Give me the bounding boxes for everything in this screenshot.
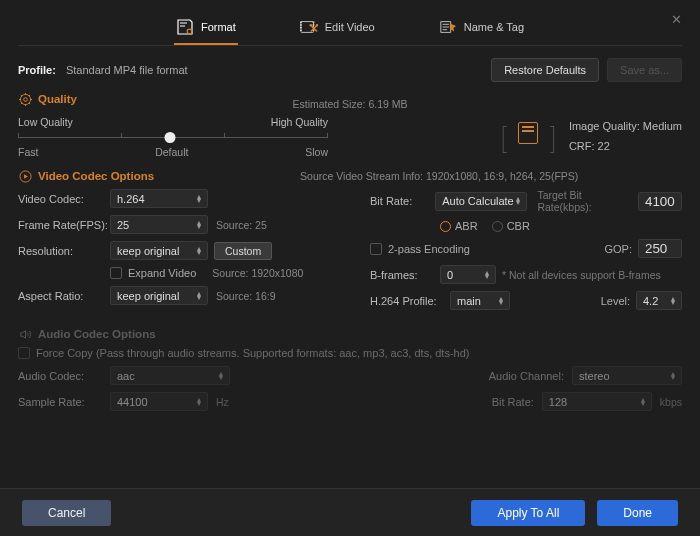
profile-value: Standard MP4 file format: [66, 64, 188, 76]
cbr-radio[interactable]: [492, 221, 503, 232]
slow-label: Slow: [305, 146, 328, 158]
apply-to-all-button[interactable]: Apply To All: [471, 500, 585, 526]
abr-radio[interactable]: [440, 221, 451, 232]
target-bitrate-label: Target Bit Rate(kbps):: [537, 189, 632, 213]
tab-edit-video[interactable]: Edit Video: [298, 10, 377, 45]
edit-video-icon: [300, 18, 318, 35]
tab-name-tag[interactable]: Name & Tag: [437, 10, 526, 45]
done-button[interactable]: Done: [597, 500, 678, 526]
audio-options-title: Audio Codec Options: [38, 328, 156, 340]
force-copy-checkbox[interactable]: [18, 347, 30, 359]
tab-name-label: Name & Tag: [464, 21, 524, 33]
audio-bitrate-label: Bit Rate:: [492, 396, 534, 408]
aspect-ratio-select[interactable]: keep original▴▾: [110, 286, 208, 305]
quality-slider[interactable]: [18, 130, 328, 144]
audio-channel-label: Audio Channel:: [489, 370, 564, 382]
resolution-source: Source: 1920x1080: [212, 267, 303, 279]
video-options-title: Video Codec Options: [38, 170, 154, 182]
cancel-button[interactable]: Cancel: [22, 500, 111, 526]
gop-input[interactable]: [638, 239, 682, 258]
tab-format-label: Format: [201, 21, 236, 33]
bframes-select[interactable]: 0▴▾: [440, 265, 496, 284]
svg-point-0: [187, 29, 192, 34]
restore-defaults-button[interactable]: Restore Defaults: [491, 58, 599, 82]
quality-title: Quality: [38, 93, 77, 105]
level-label: Level:: [601, 295, 630, 307]
two-pass-label: 2-pass Encoding: [388, 243, 470, 255]
svg-point-5: [23, 97, 27, 101]
bframes-label: B-frames:: [370, 269, 440, 281]
fps-select[interactable]: 25▴▾: [110, 215, 208, 234]
crf-label: CRF: 22: [569, 140, 682, 152]
format-icon: [176, 18, 194, 35]
sample-rate-unit: Hz: [216, 396, 229, 408]
two-pass-checkbox[interactable]: [370, 243, 382, 255]
tab-edit-label: Edit Video: [325, 21, 375, 33]
sample-rate-label: Sample Rate:: [18, 396, 110, 408]
gop-label: GOP:: [604, 243, 632, 255]
aspect-ratio-label: Aspect Ratio:: [18, 290, 110, 302]
profile-label: Profile:: [18, 64, 56, 76]
image-quality-label: Image Quality: Medium: [569, 120, 682, 132]
h264-profile-select[interactable]: main▴▾: [450, 291, 510, 310]
low-quality-label: Low Quality: [18, 116, 73, 128]
save-as-button[interactable]: Save as...: [607, 58, 682, 82]
video-codec-label: Video Codec:: [18, 193, 110, 205]
bitrate-select[interactable]: Auto Calculate▴▾: [435, 192, 527, 211]
page-icon: [518, 122, 538, 144]
svg-point-2: [309, 23, 312, 26]
audio-bitrate-unit: kbps: [660, 396, 682, 408]
speaker-icon: [18, 327, 32, 341]
tab-format[interactable]: Format: [174, 10, 238, 45]
default-label: Default: [155, 146, 188, 158]
high-quality-label: High Quality: [271, 116, 328, 128]
aspect-ratio-source: Source: 16:9: [216, 290, 276, 302]
fps-label: Frame Rate(FPS):: [18, 219, 110, 231]
custom-resolution-button[interactable]: Custom: [214, 242, 272, 260]
force-copy-label: Force Copy (Pass through audio streams. …: [36, 347, 469, 359]
sample-rate-select[interactable]: 44100▴▾: [110, 392, 208, 411]
fps-source: Source: 25: [216, 219, 267, 231]
audio-codec-label: Audio Codec:: [18, 370, 110, 382]
source-video-info: Source Video Stream Info: 1920x1080, 16:…: [300, 170, 578, 182]
resolution-select[interactable]: keep original▴▾: [110, 241, 208, 260]
tab-bar: Format Edit Video Name & Tag: [18, 10, 682, 46]
h264-profile-label: H.264 Profile:: [370, 295, 450, 307]
resolution-label: Resolution:: [18, 245, 110, 257]
audio-channel-select[interactable]: stereo▴▾: [572, 366, 682, 385]
bitrate-label: Bit Rate:: [370, 195, 435, 207]
level-select[interactable]: 4.2▴▾: [636, 291, 682, 310]
play-icon: [18, 169, 32, 183]
audio-bitrate-select[interactable]: 128▴▾: [542, 392, 652, 411]
name-tag-icon: [439, 18, 457, 35]
gear-icon: [18, 92, 32, 106]
audio-codec-select[interactable]: aac▴▾: [110, 366, 230, 385]
expand-video-label: Expand Video: [128, 267, 196, 279]
target-bitrate-input[interactable]: [638, 192, 682, 211]
estimated-size: Estimated Size: 6.19 MB: [18, 98, 682, 110]
bframes-note: * Not all devices support B-frames: [502, 269, 661, 281]
fast-label: Fast: [18, 146, 38, 158]
expand-video-checkbox[interactable]: [110, 267, 122, 279]
video-codec-select[interactable]: h.264▴▾: [110, 189, 208, 208]
close-icon[interactable]: ✕: [671, 12, 682, 27]
